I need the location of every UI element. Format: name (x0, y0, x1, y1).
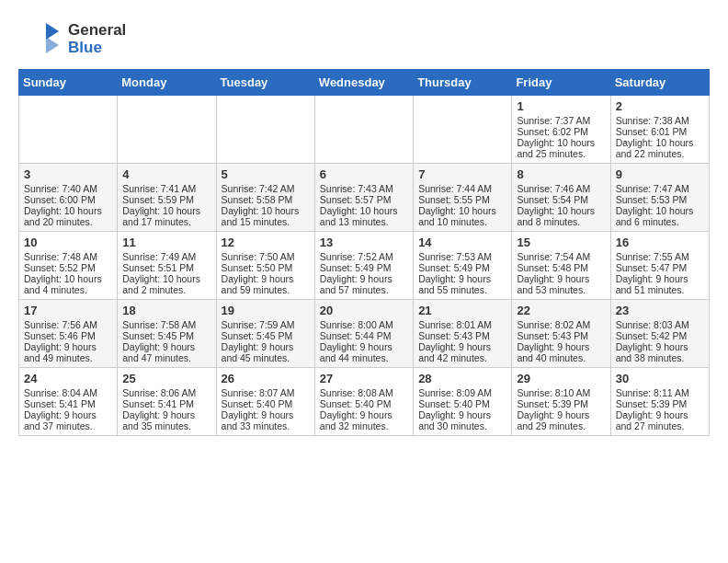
calendar-cell: 30Sunrise: 8:11 AMSunset: 5:39 PMDayligh… (610, 368, 709, 436)
calendar-cell: 7Sunrise: 7:44 AMSunset: 5:55 PMDaylight… (414, 164, 512, 232)
day-number: 21 (418, 304, 506, 317)
calendar-cell (414, 96, 512, 164)
day-info: Sunset: 5:44 PM (320, 330, 408, 341)
day-info: Sunset: 5:57 PM (320, 194, 408, 205)
day-number: 30 (616, 372, 704, 385)
calendar-cell: 20Sunrise: 8:00 AMSunset: 5:44 PMDayligh… (314, 300, 413, 368)
weekday-header-row: SundayMondayTuesdayWednesdayThursdayFrid… (19, 70, 710, 96)
day-number: 20 (320, 304, 408, 317)
calendar-cell (118, 96, 216, 164)
day-info: Daylight: 10 hours and 17 minutes. (122, 205, 210, 227)
day-number: 24 (24, 372, 112, 385)
day-info: Sunset: 5:40 PM (222, 398, 310, 409)
calendar-cell: 29Sunrise: 8:10 AMSunset: 5:39 PMDayligh… (512, 368, 610, 436)
calendar-cell: 17Sunrise: 7:56 AMSunset: 5:46 PMDayligh… (19, 300, 118, 368)
day-number: 18 (122, 304, 210, 317)
day-info: Sunset: 5:42 PM (616, 330, 704, 341)
day-number: 7 (418, 167, 506, 181)
day-info: Daylight: 9 hours and 55 minutes. (418, 273, 506, 295)
day-number: 6 (320, 167, 408, 181)
day-number: 2 (616, 99, 704, 113)
day-info: Daylight: 9 hours and 27 minutes. (616, 409, 704, 431)
day-number: 27 (320, 372, 408, 385)
svg-marker-0 (46, 23, 59, 40)
weekday-header-wednesday: Wednesday (314, 70, 413, 96)
day-info: Daylight: 10 hours and 13 minutes. (320, 205, 408, 227)
day-info: Sunrise: 7:47 AM (616, 183, 704, 194)
day-info: Sunrise: 8:09 AM (418, 387, 506, 398)
day-info: Sunset: 5:39 PM (517, 398, 605, 409)
day-info: Daylight: 10 hours and 6 minutes. (616, 205, 704, 227)
day-info: Sunrise: 7:50 AM (222, 251, 310, 262)
day-info: Sunrise: 7:41 AM (122, 183, 210, 194)
day-info: Daylight: 10 hours and 2 minutes. (122, 273, 210, 295)
weekday-header-monday: Monday (118, 70, 216, 96)
day-number: 19 (222, 304, 310, 317)
day-info: Sunset: 5:41 PM (122, 398, 210, 409)
calendar-cell: 11Sunrise: 7:49 AMSunset: 5:51 PMDayligh… (118, 232, 216, 300)
day-info: Daylight: 9 hours and 35 minutes. (122, 409, 210, 431)
day-info: Sunrise: 7:38 AM (616, 115, 704, 126)
day-info: Daylight: 9 hours and 38 minutes. (616, 341, 704, 363)
day-number: 3 (24, 167, 112, 181)
day-info: Sunset: 6:02 PM (517, 126, 605, 137)
calendar-cell: 25Sunrise: 8:06 AMSunset: 5:41 PMDayligh… (118, 368, 216, 436)
day-info: Sunrise: 8:06 AM (122, 387, 210, 398)
calendar-cell (216, 96, 314, 164)
day-info: Sunset: 5:53 PM (616, 194, 704, 205)
day-info: Daylight: 9 hours and 53 minutes. (517, 273, 605, 295)
calendar-cell: 6Sunrise: 7:43 AMSunset: 5:57 PMDaylight… (314, 164, 413, 232)
day-number: 26 (222, 372, 310, 385)
day-info: Sunset: 5:51 PM (122, 262, 210, 273)
day-info: Sunrise: 7:58 AM (122, 319, 210, 330)
weekday-header-thursday: Thursday (414, 70, 512, 96)
day-info: Sunrise: 8:11 AM (616, 387, 704, 398)
day-info: Sunset: 5:46 PM (24, 330, 112, 341)
day-info: Daylight: 9 hours and 51 minutes. (616, 273, 704, 295)
day-info: Sunset: 5:43 PM (418, 330, 506, 341)
day-number: 11 (122, 236, 210, 249)
calendar-cell: 2Sunrise: 7:38 AMSunset: 6:01 PMDaylight… (610, 96, 709, 164)
day-info: Sunrise: 7:44 AM (418, 183, 506, 194)
calendar-cell: 22Sunrise: 8:02 AMSunset: 5:43 PMDayligh… (512, 300, 610, 368)
day-info: Daylight: 10 hours and 4 minutes. (24, 273, 112, 295)
day-info: Sunrise: 8:02 AM (517, 319, 605, 330)
calendar-cell: 3Sunrise: 7:40 AMSunset: 6:00 PMDaylight… (19, 164, 118, 232)
calendar-cell: 12Sunrise: 7:50 AMSunset: 5:50 PMDayligh… (216, 232, 314, 300)
day-info: Sunrise: 7:46 AM (517, 183, 605, 194)
day-info: Sunset: 5:49 PM (320, 262, 408, 273)
day-number: 13 (320, 236, 408, 249)
day-number: 5 (222, 167, 310, 181)
day-number: 9 (616, 167, 704, 181)
calendar-cell: 14Sunrise: 7:53 AMSunset: 5:49 PMDayligh… (414, 232, 512, 300)
day-number: 23 (616, 304, 704, 317)
day-info: Daylight: 9 hours and 47 minutes. (122, 341, 210, 363)
day-info: Sunrise: 8:01 AM (418, 319, 506, 330)
week-row-5: 24Sunrise: 8:04 AMSunset: 5:41 PMDayligh… (19, 368, 710, 436)
calendar-cell: 4Sunrise: 7:41 AMSunset: 5:59 PMDaylight… (118, 164, 216, 232)
week-row-1: 1Sunrise: 7:37 AMSunset: 6:02 PMDaylight… (19, 96, 710, 164)
day-info: Daylight: 10 hours and 20 minutes. (24, 205, 112, 227)
calendar-cell: 26Sunrise: 8:07 AMSunset: 5:40 PMDayligh… (216, 368, 314, 436)
day-number: 12 (222, 236, 310, 249)
calendar-cell: 21Sunrise: 8:01 AMSunset: 5:43 PMDayligh… (414, 300, 512, 368)
calendar: SundayMondayTuesdayWednesdayThursdayFrid… (18, 69, 710, 436)
day-info: Sunset: 5:45 PM (122, 330, 210, 341)
day-info: Daylight: 9 hours and 40 minutes. (517, 341, 605, 363)
day-info: Daylight: 9 hours and 49 minutes. (24, 341, 112, 363)
weekday-header-saturday: Saturday (610, 70, 709, 96)
day-info: Sunrise: 8:08 AM (320, 387, 408, 398)
day-info: Sunrise: 7:37 AM (517, 115, 605, 126)
day-info: Sunset: 6:01 PM (616, 126, 704, 137)
weekday-header-sunday: Sunday (19, 70, 118, 96)
svg-marker-1 (46, 37, 59, 53)
day-number: 14 (418, 236, 506, 249)
calendar-cell: 28Sunrise: 8:09 AMSunset: 5:40 PMDayligh… (414, 368, 512, 436)
day-info: Sunrise: 8:10 AM (517, 387, 605, 398)
day-info: Daylight: 10 hours and 15 minutes. (222, 205, 310, 227)
logo-general: General (68, 22, 126, 40)
day-info: Sunset: 5:47 PM (616, 262, 704, 273)
day-number: 17 (24, 304, 112, 317)
day-info: Sunrise: 7:49 AM (122, 251, 210, 262)
day-info: Sunrise: 7:54 AM (517, 251, 605, 262)
